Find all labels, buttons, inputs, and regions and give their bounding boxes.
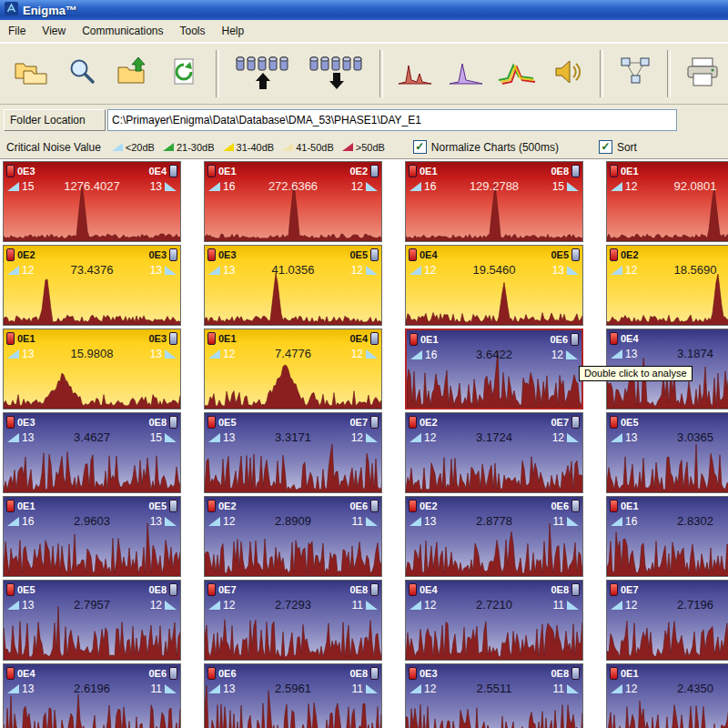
tile-header: 0E4 xyxy=(607,329,728,346)
logger-id-left: 0E1 xyxy=(17,333,35,344)
copy-folders-button[interactable] xyxy=(8,52,54,96)
folder-location-label: Folder Location xyxy=(4,109,106,131)
chart-tile[interactable]: 0E50E7133.317112 xyxy=(204,412,382,493)
logger-id-left: 0E6 xyxy=(218,668,237,679)
logger-icon xyxy=(370,667,379,680)
logger-icon xyxy=(410,333,418,346)
logger-icon xyxy=(207,583,216,596)
noise-value: 2.6196 xyxy=(4,682,180,695)
chart-tile[interactable]: 0E1162.8302 xyxy=(606,496,728,577)
chart-tile[interactable]: 0E10E4127.477612 xyxy=(204,329,382,410)
chart-tile[interactable]: 0E30E4151276.402713 xyxy=(3,161,181,242)
chart-tile[interactable]: 0E30E8122.551111 xyxy=(405,663,583,728)
logger-id-right: 0E4 xyxy=(349,333,368,344)
logger-id-right: 0E8 xyxy=(551,166,569,177)
chart-tile[interactable]: 0E10E5162.960313 xyxy=(3,496,181,577)
menu-file[interactable]: File xyxy=(0,21,34,41)
listen-button[interactable] xyxy=(545,52,591,96)
logger-id-right: 0E5 xyxy=(349,249,368,260)
tile-header: 0E1 xyxy=(607,162,728,178)
logger-icon xyxy=(610,667,618,680)
chart-tile[interactable]: 0E7122.7196 xyxy=(606,580,728,661)
logger-id-left: 0E4 xyxy=(17,668,35,679)
tile-values: 1219.546013 xyxy=(406,263,582,277)
print-button[interactable] xyxy=(680,52,725,96)
logger-icon xyxy=(6,416,15,429)
logger-icon xyxy=(207,416,216,429)
menu-communications[interactable]: Communications xyxy=(74,21,171,41)
chart-tile[interactable]: 0E10E31315.980813 xyxy=(3,329,181,410)
noise-value: 1276.4027 xyxy=(4,179,180,193)
sort-label: Sort xyxy=(617,141,637,154)
chart-tile[interactable]: 0E5133.0365 xyxy=(606,412,728,493)
chart-single-icon xyxy=(397,56,433,91)
window-title: Enigma™ xyxy=(23,4,77,17)
chart-tile[interactable]: 0E40E51219.546013 xyxy=(405,245,583,326)
chart-compare-button[interactable] xyxy=(443,52,489,96)
tile-header: 0E10E5 xyxy=(4,497,180,513)
titlebar: Enigma™ xyxy=(0,0,728,20)
chart-tile[interactable]: 0E30E51341.035612 xyxy=(204,245,382,326)
logger-icon xyxy=(207,165,216,177)
refresh-button[interactable] xyxy=(161,52,207,96)
noise-value: 129.2788 xyxy=(406,179,582,193)
tile-header: 0E10E4 xyxy=(205,329,381,346)
network-icon xyxy=(617,54,653,94)
chart-overlay-icon xyxy=(497,56,537,91)
tile-values: 132.795712 xyxy=(4,598,180,612)
tile-header: 0E20E3 xyxy=(4,246,180,262)
tile-header: 0E30E8 xyxy=(4,413,180,430)
noise-value: 3.4627 xyxy=(4,430,180,444)
export-folder-button[interactable] xyxy=(110,52,156,96)
menu-tools[interactable]: Tools xyxy=(172,21,214,41)
chart-tile[interactable]: 0E21218.5690 xyxy=(606,245,728,326)
chart-tile[interactable]: 0E20E6122.890911 xyxy=(204,496,382,577)
chart-tile[interactable]: 0E40E8122.721011 xyxy=(405,580,583,661)
logger-icon xyxy=(6,332,15,345)
chart-single-button[interactable] xyxy=(392,52,438,96)
search-button[interactable] xyxy=(59,52,105,96)
logger-id-left: 0E3 xyxy=(17,166,35,177)
menu-view[interactable]: View xyxy=(34,21,74,41)
noise-value: 2.8909 xyxy=(205,514,381,528)
logger-icon xyxy=(571,667,580,680)
logger-icon xyxy=(610,248,618,261)
chart-tile[interactable]: 0E10E216272.636612 xyxy=(204,161,382,242)
chart-tile[interactable]: 0E1122.4350 xyxy=(606,663,728,728)
logger-id-left: 0E1 xyxy=(218,166,237,177)
download-loggers-button[interactable] xyxy=(302,52,370,96)
noise-value: 3.1724 xyxy=(406,430,582,444)
logger-id-right: 0E8 xyxy=(349,584,368,595)
noise-value: 2.5961 xyxy=(205,682,381,695)
tile-values: 162.8302 xyxy=(607,514,728,528)
chart-tile[interactable]: 0E50E8132.795712 xyxy=(3,580,181,661)
chart-tile[interactable]: 0E10E6163.642212 xyxy=(405,329,583,410)
logger-id-left: 0E1 xyxy=(218,333,237,344)
chart-tile[interactable]: 0E70E8122.729311 xyxy=(204,580,382,661)
tile-header: 0E1 xyxy=(607,497,728,513)
tile-header: 0E20E7 xyxy=(406,413,582,430)
normalize-checkbox[interactable]: ✓ Normalize Charts (500ms) xyxy=(413,140,559,154)
tile-header: 0E5 xyxy=(607,413,728,430)
sort-checkbox[interactable]: ✓ Sort xyxy=(599,140,637,154)
chart-tile[interactable]: 0E11292.0801 xyxy=(606,161,728,242)
folder-location-input[interactable] xyxy=(107,109,677,131)
noise-triangle-icon xyxy=(112,143,123,151)
chart-tile[interactable]: 0E40E6132.619611 xyxy=(3,663,181,728)
menu-help[interactable]: Help xyxy=(214,21,253,41)
tile-values: 132.596111 xyxy=(205,682,381,695)
chart-overlay-button[interactable] xyxy=(494,52,540,96)
logger-id-left: 0E5 xyxy=(621,417,639,428)
chart-tile[interactable]: 0E10E816129.278815 xyxy=(405,161,583,242)
chart-tile[interactable]: 0E20E7123.172412 xyxy=(405,412,583,493)
chart-tile[interactable]: 0E60E8132.596111 xyxy=(204,663,382,728)
logger-id-left: 0E4 xyxy=(621,333,639,344)
noise-value: 15.9808 xyxy=(4,347,180,360)
tile-values: 163.642212 xyxy=(407,348,581,361)
chart-tile[interactable]: 0E20E31273.437613 xyxy=(3,245,181,326)
network-button[interactable] xyxy=(612,52,658,96)
chart-tile[interactable]: 0E30E8133.462715 xyxy=(3,412,181,493)
chart-tile[interactable]: 0E20E6132.877811 xyxy=(405,496,583,577)
noise-value: 3.6422 xyxy=(407,348,581,361)
upload-loggers-button[interactable] xyxy=(228,52,297,96)
